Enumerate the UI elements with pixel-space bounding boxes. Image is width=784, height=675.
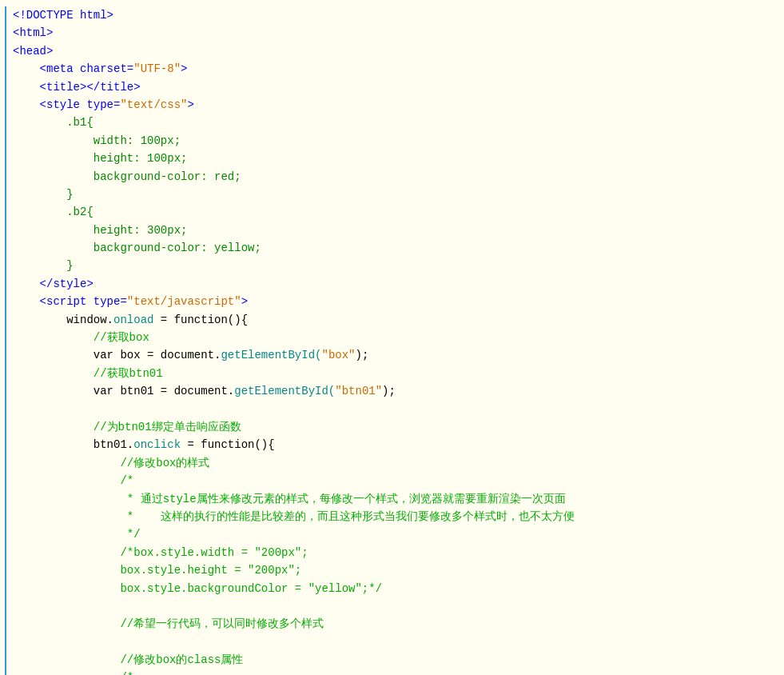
- line-content: height: 100px;: [13, 150, 781, 167]
- line-content: .b2{: [13, 203, 781, 221]
- line-content: <head>: [13, 42, 781, 60]
- line-number: [0, 508, 6, 525]
- line-number: [0, 365, 6, 382]
- code-line: .b1{: [0, 114, 784, 131]
- line-number: [0, 186, 6, 203]
- line-number: [0, 24, 6, 42]
- code-line: //获取btn01: [0, 365, 784, 382]
- line-number: [0, 346, 6, 364]
- line-content: [13, 633, 781, 651]
- code-line: //获取box: [0, 329, 784, 346]
- code-line: <script type="text/javascript">: [0, 293, 784, 310]
- code-line: /*: [0, 472, 784, 489]
- line-number: [0, 436, 6, 453]
- code-line: //为btn01绑定单击响应函数: [0, 418, 784, 436]
- code-line: <style type="text/css">: [0, 96, 784, 114]
- line-number: [0, 525, 6, 543]
- code-line: <meta charset="UTF-8">: [0, 60, 784, 78]
- line-number: [0, 418, 6, 436]
- line-number: [0, 382, 6, 400]
- line-content: [13, 597, 781, 615]
- line-content: background-color: red;: [13, 168, 781, 186]
- line-number: [0, 132, 6, 150]
- line-content: width: 100px;: [13, 132, 781, 150]
- code-line: <head>: [0, 42, 784, 60]
- line-number: [0, 633, 6, 651]
- code-line: }: [0, 257, 784, 274]
- code-line: }: [0, 186, 784, 203]
- line-content: <style type="text/css">: [13, 96, 781, 114]
- code-line: box.style.height = "200px";: [0, 561, 784, 579]
- line-content: /*: [13, 669, 781, 675]
- code-line: <html>: [0, 24, 784, 42]
- line-content: }: [13, 186, 781, 203]
- line-content: //修改box的样式: [13, 454, 781, 472]
- code-line: height: 300px;: [0, 222, 784, 239]
- line-number: [0, 669, 6, 675]
- line-number: [0, 401, 6, 418]
- line-content: btn01.onclick = function(){: [13, 436, 781, 453]
- line-number: [0, 293, 6, 310]
- line-number: [0, 651, 6, 669]
- code-line: * 通过style属性来修改元素的样式，每修改一个样式，浏览器就需要重新渲染一次…: [0, 490, 784, 508]
- code-line: <!DOCTYPE html>: [0, 6, 784, 24]
- line-number: [0, 311, 6, 329]
- line-number: [0, 454, 6, 472]
- line-content: }: [13, 257, 781, 274]
- line-number: [0, 42, 6, 60]
- code-line: box.style.backgroundColor = "yellow";*/: [0, 580, 784, 597]
- code-line: var btn01 = document.getElementById("btn…: [0, 382, 784, 400]
- line-content: //修改box的class属性: [13, 651, 781, 669]
- code-line: [0, 597, 784, 615]
- code-line: */: [0, 525, 784, 543]
- line-content: * 这样的执行的性能是比较差的，而且这种形式当我们要修改多个样式时，也不太方便: [13, 508, 781, 525]
- code-line: .b2{: [0, 203, 784, 221]
- line-content: <script type="text/javascript">: [13, 293, 781, 310]
- code-line: </style>: [0, 275, 784, 293]
- code-line: window.onload = function(){: [0, 311, 784, 329]
- line-content: height: 300px;: [13, 222, 781, 239]
- code-line: background-color: yellow;: [0, 239, 784, 257]
- code-line: /*: [0, 669, 784, 675]
- code-line: btn01.onclick = function(){: [0, 436, 784, 453]
- line-number: [0, 544, 6, 561]
- line-content: /*box.style.width = "200px";: [13, 544, 781, 561]
- line-content: [13, 401, 781, 418]
- code-line: [0, 401, 784, 418]
- line-content: var box = document.getElementById("box")…: [13, 346, 781, 364]
- line-number: [0, 257, 6, 274]
- line-number: [0, 472, 6, 489]
- line-number: [0, 114, 6, 131]
- line-content: */: [13, 525, 781, 543]
- line-number: [0, 78, 6, 96]
- line-content: </style>: [13, 275, 781, 293]
- code-line: //修改box的class属性: [0, 651, 784, 669]
- line-content: * 通过style属性来修改元素的样式，每修改一个样式，浏览器就需要重新渲染一次…: [13, 490, 781, 508]
- line-content: //获取btn01: [13, 365, 781, 382]
- line-number: [0, 239, 6, 257]
- line-content: box.style.height = "200px";: [13, 561, 781, 579]
- line-number: [0, 615, 6, 633]
- code-editor: <!DOCTYPE html> <html> <head> <meta char…: [0, 0, 784, 675]
- code-line: [0, 633, 784, 651]
- line-number: [0, 150, 6, 167]
- line-number: [0, 580, 6, 597]
- line-content: box.style.backgroundColor = "yellow";*/: [13, 580, 781, 597]
- line-content: //获取box: [13, 329, 781, 346]
- line-number: [0, 60, 6, 78]
- line-content: <!DOCTYPE html>: [13, 6, 781, 24]
- code-line: height: 100px;: [0, 150, 784, 167]
- line-number: [0, 168, 6, 186]
- code-line: background-color: red;: [0, 168, 784, 186]
- code-line: width: 100px;: [0, 132, 784, 150]
- code-line: /*box.style.width = "200px";: [0, 544, 784, 561]
- code-line: <title></title>: [0, 78, 784, 96]
- line-content: .b1{: [13, 114, 781, 131]
- line-number: [0, 275, 6, 293]
- line-number: [0, 561, 6, 579]
- line-number: [0, 490, 6, 508]
- line-content: /*: [13, 472, 781, 489]
- code-line: var box = document.getElementById("box")…: [0, 346, 784, 364]
- line-content: window.onload = function(){: [13, 311, 781, 329]
- line-number: [0, 597, 6, 615]
